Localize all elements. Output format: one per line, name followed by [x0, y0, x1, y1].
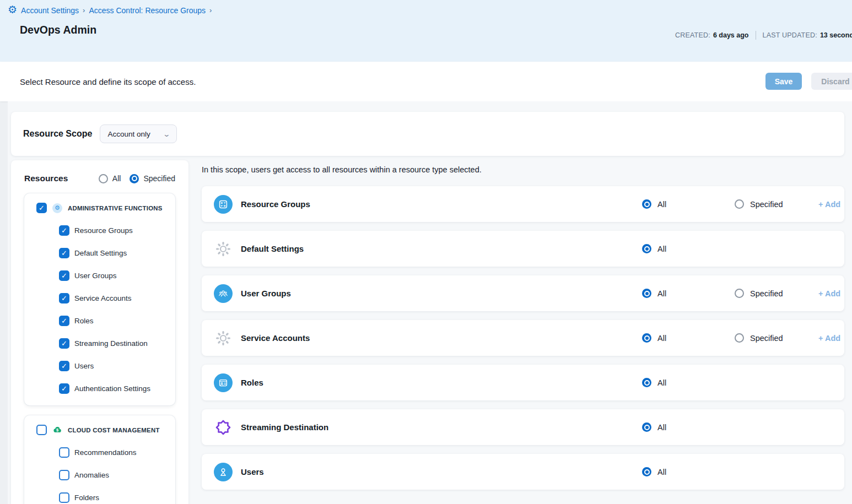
resource-group-card: $ CLOUD COST MANAGEMENT Recommendations … [24, 415, 175, 504]
add-link[interactable]: + Add [818, 334, 844, 343]
resource-check-item[interactable]: Folders [59, 492, 170, 503]
gear-icon [214, 329, 233, 348]
item-checkbox[interactable] [59, 248, 69, 258]
chevron-right-icon: › [83, 6, 85, 14]
streaming-destination-icon [214, 418, 233, 437]
breadcrumb-access-control[interactable]: Access Control: Resource Groups [89, 6, 206, 15]
resource-scope-card: Resource Scope Account only ⌄ [11, 112, 844, 156]
roles-icon [214, 373, 233, 392]
radio-specified-button[interactable] [735, 199, 744, 209]
gear-icon: ⚙ [8, 4, 17, 15]
radio-all-button[interactable] [99, 174, 108, 183]
radio-all[interactable]: All [642, 467, 735, 476]
resource-check-item[interactable]: Service Accounts [59, 293, 170, 304]
resource-check-item[interactable]: Anomalies [59, 470, 170, 480]
group-checkbox[interactable] [36, 425, 47, 435]
resource-check-item[interactable]: User Groups [59, 270, 170, 281]
item-label: Folders [74, 494, 99, 502]
item-label: Recommendations [74, 448, 137, 457]
discard-button[interactable]: Discard [811, 73, 852, 90]
admin-functions-icon: ⚙ [52, 203, 62, 213]
action-description: Select Resource and define its scope of … [20, 77, 196, 86]
item-checkbox[interactable] [59, 225, 69, 236]
resource-check-item[interactable]: Recommendations [59, 447, 170, 458]
resource-check-item[interactable]: Streaming Destination [59, 338, 170, 349]
radio-all-button[interactable] [642, 378, 651, 387]
radio-specified[interactable]: Specified [735, 333, 818, 343]
resource-group-card: ⚙ ADMINISTRATIVE FUNCTIONS Resource Grou… [24, 193, 175, 405]
resources-sidebar: Resources All Specified ⚙ ADMINISTRATIVE… [11, 160, 188, 504]
divider [756, 31, 756, 40]
content-surface: Resource Scope Account only ⌄ Resources … [8, 101, 852, 504]
radio-all-button[interactable] [642, 199, 651, 209]
radio-all[interactable]: All [642, 333, 735, 343]
resources-radio-specified[interactable]: Specified [130, 174, 175, 183]
resource-row: Roles All [202, 365, 844, 400]
resource-scope-select[interactable]: Account only ⌄ [100, 124, 176, 143]
radio-all-button[interactable] [642, 333, 651, 343]
item-checkbox[interactable] [59, 293, 69, 304]
resource-row: Users All [202, 454, 844, 490]
admin-functions-icon: ⚙ [52, 203, 62, 213]
resource-check-item[interactable]: Default Settings [59, 248, 170, 258]
item-label: User Groups [74, 272, 117, 280]
radio-specified[interactable]: Specified [735, 289, 818, 298]
radio-all-button[interactable] [642, 467, 651, 476]
user-groups-icon [214, 284, 233, 303]
group-label: CLOUD COST MANAGEMENT [68, 427, 160, 433]
radio-all[interactable]: All [642, 244, 735, 253]
gear-icon [214, 240, 233, 258]
scope-main-panel: In this scope, users get access to all r… [202, 160, 844, 498]
meta-info: CREATED: 6 days ago LAST UPDATED: 13 sec… [675, 31, 852, 40]
resource-check-item[interactable]: Authentication Settings [59, 383, 170, 394]
row-label: Roles [241, 378, 263, 387]
resource-check-item[interactable]: Resource Groups [59, 225, 170, 236]
radio-specified-button[interactable] [130, 174, 139, 183]
radio-all-button[interactable] [642, 289, 651, 298]
radio-all[interactable]: All [642, 378, 735, 387]
radio-all[interactable]: All [642, 289, 735, 298]
resource-row: Default Settings All [202, 231, 844, 267]
item-checkbox[interactable] [59, 492, 69, 503]
resources-title: Resources [24, 174, 68, 183]
radio-specified-button[interactable] [735, 333, 744, 343]
item-checkbox[interactable] [59, 383, 69, 394]
item-label: Default Settings [74, 249, 127, 257]
item-label: Roles [74, 317, 94, 325]
group-checkbox[interactable] [36, 203, 47, 213]
item-checkbox[interactable] [59, 447, 69, 458]
radio-specified[interactable]: Specified [735, 199, 818, 209]
item-checkbox[interactable] [59, 270, 69, 281]
save-button[interactable]: Save [765, 73, 802, 90]
item-checkbox[interactable] [59, 470, 69, 480]
created-value: 6 days ago [713, 31, 749, 39]
row-label: User Groups [241, 289, 291, 298]
add-link[interactable]: + Add [818, 289, 844, 298]
chevron-down-icon: ⌄ [163, 130, 170, 138]
item-checkbox[interactable] [59, 316, 69, 326]
radio-all[interactable]: All [642, 199, 735, 209]
resources-radio-all[interactable]: All [99, 174, 121, 183]
row-label: Users [241, 467, 264, 476]
created-label: CREATED: [675, 31, 710, 39]
cloud-cost-icon: $ [52, 425, 62, 435]
item-label: Users [74, 362, 94, 370]
radio-all[interactable]: All [642, 422, 735, 432]
radio-specified-button[interactable] [735, 289, 744, 298]
radio-all-button[interactable] [642, 422, 651, 432]
updated-label: LAST UPDATED: [763, 31, 817, 39]
breadcrumb-account-settings[interactable]: Account Settings [21, 6, 79, 15]
radio-all-button[interactable] [642, 244, 651, 253]
breadcrumb: ⚙ Account Settings › Access Control: Res… [0, 0, 852, 15]
item-label: Authentication Settings [74, 384, 150, 393]
row-label: Service Accounts [241, 333, 310, 343]
resource-check-item[interactable]: Roles [59, 316, 170, 326]
item-label: Resource Groups [74, 226, 133, 235]
add-link[interactable]: + Add [818, 200, 844, 209]
item-label: Streaming Destination [74, 339, 148, 348]
item-checkbox[interactable] [59, 361, 69, 371]
item-checkbox[interactable] [59, 338, 69, 349]
updated-value: 13 seconds ago [820, 31, 852, 39]
resource-row: Service Accounts All Specified + Add [202, 320, 844, 356]
resource-check-item[interactable]: Users [59, 361, 170, 371]
